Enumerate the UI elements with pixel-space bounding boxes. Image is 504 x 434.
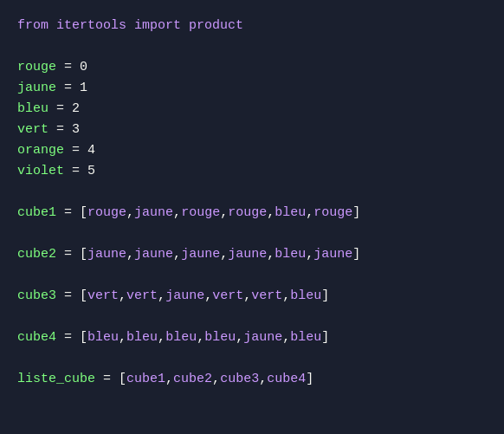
cube4-v4: bleu (204, 330, 236, 345)
cube4-v1: bleu (87, 330, 119, 345)
cube4-v3: bleu (165, 330, 197, 345)
line-import: from itertools import product (17, 16, 487, 36)
var-cube4: cube4 (17, 330, 56, 345)
var-jaune: jaune (17, 81, 56, 95)
line-cube3: cube3 = [vert,vert,jaune,vert,vert,bleu] (17, 286, 487, 307)
cube1-v4: rouge (228, 205, 267, 220)
val-orange: 4 (87, 143, 95, 158)
op-eq-4: = (56, 122, 72, 137)
liste-v3: cube3 (220, 372, 259, 386)
cube2-v2: jaune (134, 247, 173, 262)
val-vert: 3 (72, 122, 80, 137)
keyword-from: from (17, 18, 48, 33)
var-vert: vert (17, 122, 48, 137)
cube4-v6: bleu (290, 330, 321, 345)
module-name: itertools (56, 18, 126, 33)
val-jaune: 1 (80, 81, 87, 95)
blank-line-1 (17, 36, 487, 57)
val-bleu: 2 (72, 101, 80, 116)
op-eq-3: = (56, 101, 72, 116)
blank-line-5 (17, 307, 487, 327)
op-eq-11: = (103, 372, 119, 386)
line-bleu: bleu = 2 (17, 99, 487, 120)
cube2-v6: jaune (313, 247, 352, 262)
val-violet: 5 (87, 164, 95, 178)
var-rouge: rouge (17, 60, 56, 74)
op-eq-1: = (64, 60, 80, 74)
op-eq-6: = (72, 164, 87, 178)
line-cube2: cube2 = [jaune,jaune,jaune,jaune,bleu,ja… (17, 244, 487, 265)
var-cube1: cube1 (17, 205, 56, 220)
cube1-v3: rouge (181, 205, 220, 220)
cube1-v6: rouge (313, 205, 352, 220)
line-orange: orange = 4 (17, 140, 487, 161)
line-rouge: rouge = 0 (17, 57, 487, 78)
blank-line-6 (17, 348, 487, 369)
blank-line-4 (17, 265, 487, 286)
cube3-v3: jaune (165, 288, 204, 303)
bracket-open-1: [ (80, 205, 87, 220)
blank-line-2 (17, 182, 487, 203)
cube4-v5: jaune (243, 330, 282, 345)
op-eq-9: = (64, 288, 80, 303)
var-cube2: cube2 (17, 247, 56, 262)
liste-v2: cube2 (173, 372, 212, 386)
op-eq-7: = (64, 205, 80, 220)
cube3-v1: vert (87, 288, 119, 303)
cube3-v2: vert (126, 288, 158, 303)
op-eq-10: = (64, 330, 80, 345)
code-editor: from itertools import product rouge = 0 … (17, 16, 487, 390)
function-product: product (189, 18, 243, 33)
keyword-import: import (134, 18, 181, 33)
var-violet: violet (17, 164, 64, 178)
var-liste-cube: liste_cube (17, 372, 95, 386)
var-orange: orange (17, 143, 64, 158)
val-rouge: 0 (80, 60, 87, 74)
liste-v1: cube1 (126, 372, 165, 386)
line-jaune: jaune = 1 (17, 78, 487, 99)
cube2-v3: jaune (181, 247, 220, 262)
line-liste: liste_cube = [cube1,cube2,cube3,cube4] (17, 369, 487, 390)
cube3-v5: vert (251, 288, 282, 303)
cube3-v6: bleu (290, 288, 321, 303)
line-violet: violet = 5 (17, 161, 487, 182)
op-eq-8: = (64, 247, 80, 262)
var-bleu: bleu (17, 101, 48, 116)
cube1-v5: bleu (275, 205, 306, 220)
line-cube1: cube1 = [rouge,jaune,rouge,rouge,bleu,ro… (17, 203, 487, 223)
cube4-v2: bleu (126, 330, 158, 345)
var-cube3: cube3 (17, 288, 56, 303)
op-eq-2: = (64, 81, 80, 95)
blank-line-3 (17, 223, 487, 244)
cube2-v1: jaune (87, 247, 126, 262)
liste-v4: cube4 (267, 372, 306, 386)
cube1-v2: jaune (134, 205, 173, 220)
bracket-close-1: ] (352, 205, 360, 220)
line-cube4: cube4 = [bleu,bleu,bleu,bleu,jaune,bleu] (17, 327, 487, 348)
line-vert: vert = 3 (17, 120, 487, 140)
cube2-v5: bleu (275, 247, 306, 262)
op-eq-5: = (72, 143, 87, 158)
cube1-v1: rouge (87, 205, 126, 220)
cube3-v4: vert (212, 288, 243, 303)
cube2-v4: jaune (228, 247, 267, 262)
